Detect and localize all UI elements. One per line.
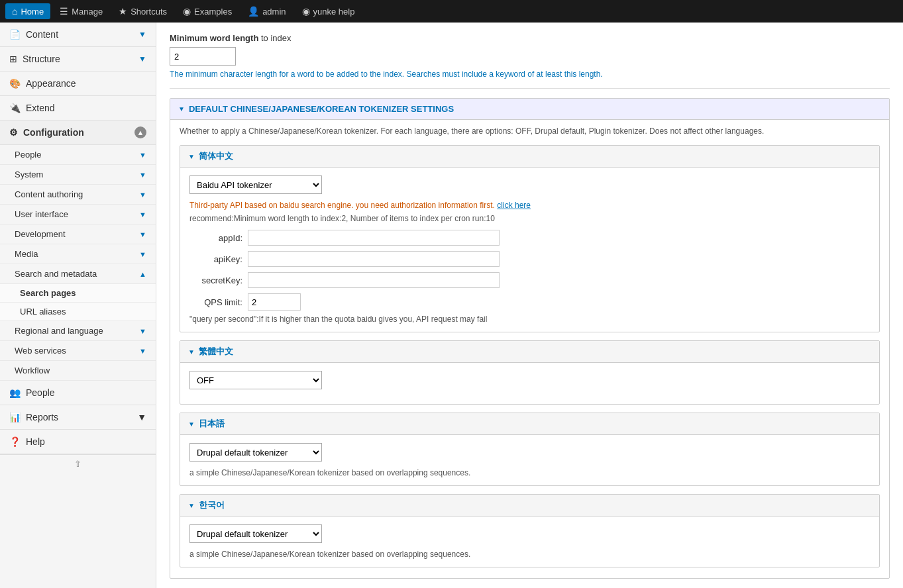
jp-info-text: a simple Chinese/Japanese/Korean tokeniz… bbox=[189, 468, 870, 477]
sidebar-item-regional-language[interactable]: Regional and language ▼ bbox=[0, 321, 156, 341]
user-icon: 👤 bbox=[248, 6, 259, 17]
sidebar-item-extend[interactable]: 🔌 Extend bbox=[0, 96, 156, 121]
jp-triangle-icon: ▼ bbox=[188, 420, 195, 428]
people-bottom-icon: 👥 bbox=[9, 387, 21, 398]
nav-examples[interactable]: ◉ Examples bbox=[176, 3, 239, 19]
media-chevron-icon: ▼ bbox=[139, 250, 146, 258]
manage-icon: ☰ bbox=[60, 6, 68, 17]
reports-icon: 📊 bbox=[9, 412, 21, 422]
min-word-section: Minimum word length to index The minimum… bbox=[170, 33, 890, 79]
sidebar-item-user-interface[interactable]: User interface ▼ bbox=[0, 205, 156, 224]
japanese-header[interactable]: ▼ 日本語 bbox=[180, 413, 879, 435]
sc-secretkey-input[interactable] bbox=[248, 272, 500, 288]
sc-qps-label: QPS limit: bbox=[189, 297, 242, 307]
development-chevron-icon: ▼ bbox=[139, 230, 146, 238]
sidebar-item-media[interactable]: Media ▼ bbox=[0, 244, 156, 264]
sidebar-item-workflow[interactable]: Workflow bbox=[0, 361, 156, 381]
content-chevron-icon: ▼ bbox=[138, 30, 146, 39]
extend-icon: 🔌 bbox=[9, 103, 21, 113]
sidebar-item-system[interactable]: System ▼ bbox=[0, 165, 156, 185]
examples-icon: ◉ bbox=[183, 6, 191, 17]
sidebar-item-people[interactable]: People ▼ bbox=[0, 145, 156, 165]
sidebar-item-search-pages[interactable]: Search pages bbox=[0, 284, 156, 303]
sidebar-item-reports[interactable]: 📊 Reports ▼ bbox=[0, 405, 156, 430]
config-icon: ⚙ bbox=[9, 127, 18, 138]
help-drop-icon: ◉ bbox=[302, 6, 310, 17]
jp-tokenizer-select[interactable]: OFF Drupal default tokenizer Baidu API t… bbox=[189, 443, 322, 462]
simplified-chinese-section: ▼ 简体中文 OFF Drupal default tokenizer Baid… bbox=[180, 145, 880, 332]
ko-triangle-icon: ▼ bbox=[188, 502, 195, 509]
traditional-chinese-header[interactable]: ▼ 繁體中文 bbox=[180, 341, 879, 363]
nav-home[interactable]: ⌂ Home bbox=[5, 3, 50, 19]
sidebar-item-content[interactable]: 📄 Content ▼ bbox=[0, 23, 156, 47]
appearance-icon: 🎨 bbox=[9, 78, 21, 89]
regional-chevron-icon: ▼ bbox=[139, 327, 146, 335]
korean-body: OFF Drupal default tokenizer Baidu API t… bbox=[180, 516, 879, 567]
sidebar-item-content-authoring[interactable]: Content authoring ▼ bbox=[0, 185, 156, 205]
default-tokenizer-header[interactable]: ▼ DEFAULT CHINESE/JAPANESE/KOREAN TOKENI… bbox=[170, 99, 889, 120]
collapse-triangle-icon: ▼ bbox=[178, 105, 185, 113]
min-word-label: Minimum word length to index bbox=[170, 33, 890, 43]
korean-section: ▼ 한국어 OFF Drupal default tokenizer Baidu… bbox=[180, 494, 880, 567]
system-chevron-icon: ▼ bbox=[139, 171, 146, 179]
config-circle: ▲ bbox=[134, 126, 146, 138]
sc-qps-input[interactable] bbox=[248, 293, 301, 311]
people-chevron-icon: ▼ bbox=[139, 151, 146, 159]
nav-manage[interactable]: ☰ Manage bbox=[53, 3, 109, 19]
tc-tokenizer-select[interactable]: OFF Drupal default tokenizer Baidu API t… bbox=[189, 371, 322, 389]
main-content: Minimum word length to index The minimum… bbox=[156, 23, 903, 588]
simplified-chinese-header[interactable]: ▼ 简体中文 bbox=[180, 146, 879, 168]
japanese-section: ▼ 日本語 OFF Drupal default tokenizer Baidu… bbox=[180, 413, 880, 486]
korean-header[interactable]: ▼ 한국어 bbox=[180, 495, 879, 516]
min-word-input-wrap bbox=[170, 47, 890, 66]
content-icon: 📄 bbox=[9, 29, 21, 40]
search-chevron-icon: ▲ bbox=[139, 270, 146, 278]
jp-select-wrap: OFF Drupal default tokenizer Baidu API t… bbox=[189, 443, 870, 462]
ko-info-text: a simple Chinese/Japanese/Korean tokeniz… bbox=[189, 550, 870, 559]
sidebar-item-search-metadata[interactable]: Search and metadata ▲ bbox=[0, 264, 156, 284]
traditional-chinese-section: ▼ 繁體中文 OFF Drupal default tokenizer Baid… bbox=[180, 340, 880, 405]
sc-click-here-link[interactable]: click here bbox=[497, 201, 531, 210]
sidebar-item-development[interactable]: Development ▼ bbox=[0, 224, 156, 244]
sidebar-item-appearance[interactable]: 🎨 Appearance bbox=[0, 72, 156, 96]
tc-triangle-icon: ▼ bbox=[188, 348, 195, 356]
user-interface-chevron-icon: ▼ bbox=[139, 211, 146, 219]
simplified-chinese-body: OFF Drupal default tokenizer Baidu API t… bbox=[180, 168, 879, 332]
sc-secretkey-row: secretKey: bbox=[189, 272, 870, 288]
tc-select-wrap: OFF Drupal default tokenizer Baidu API t… bbox=[189, 371, 870, 389]
sc-appid-label: appId: bbox=[189, 233, 242, 243]
help-icon: ❓ bbox=[9, 436, 21, 447]
nav-shortcuts[interactable]: ★ Shortcuts bbox=[112, 3, 174, 19]
sidebar-item-help[interactable]: ❓ Help bbox=[0, 430, 156, 454]
sidebar-item-people-bottom[interactable]: 👥 People bbox=[0, 381, 156, 405]
sc-recommend-text: recommend:Minimum word length to index:2… bbox=[189, 214, 870, 223]
japanese-body: OFF Drupal default tokenizer Baidu API t… bbox=[180, 435, 879, 485]
structure-chevron-icon: ▼ bbox=[138, 54, 146, 64]
ko-select-wrap: OFF Drupal default tokenizer Baidu API t… bbox=[189, 524, 870, 543]
sidebar-item-url-aliases[interactable]: URL aliases bbox=[0, 303, 156, 321]
reports-chevron-icon: ▼ bbox=[137, 412, 146, 422]
sc-apikey-input[interactable] bbox=[248, 251, 500, 267]
sidebar-item-web-services[interactable]: Web services ▼ bbox=[0, 341, 156, 361]
sidebar-item-structure[interactable]: ⊞ Structure ▼ bbox=[0, 47, 156, 72]
min-word-input[interactable] bbox=[170, 47, 236, 66]
sc-qps-row: QPS limit: bbox=[189, 293, 870, 311]
sc-secretkey-label: secretKey: bbox=[189, 275, 242, 285]
sc-select-wrap: OFF Drupal default tokenizer Baidu API t… bbox=[189, 175, 870, 194]
sc-qps-note: "query per second":If it is higher than … bbox=[189, 315, 870, 324]
star-icon: ★ bbox=[119, 6, 127, 17]
sc-appid-row: appId: bbox=[189, 230, 870, 246]
nav-admin[interactable]: 👤 admin bbox=[241, 3, 292, 19]
sc-appid-input[interactable] bbox=[248, 230, 500, 246]
sidebar-config-header[interactable]: ⚙ Configuration ▲ bbox=[0, 121, 156, 145]
scroll-icon: ⇧ bbox=[74, 459, 81, 469]
sc-info-text: Third-party API based on baidu search en… bbox=[189, 201, 870, 210]
structure-icon: ⊞ bbox=[9, 54, 17, 64]
default-tokenizer-description: Whether to apply a Chinese/Japanese/Kore… bbox=[170, 120, 889, 578]
ko-tokenizer-select[interactable]: OFF Drupal default tokenizer Baidu API t… bbox=[189, 524, 322, 543]
sc-tokenizer-select[interactable]: OFF Drupal default tokenizer Baidu API t… bbox=[189, 175, 322, 194]
nav-yunke-help[interactable]: ◉ yunke help bbox=[295, 3, 362, 19]
sc-triangle-icon: ▼ bbox=[188, 153, 195, 160]
sc-apikey-row: apiKey: bbox=[189, 251, 870, 267]
traditional-chinese-body: OFF Drupal default tokenizer Baidu API t… bbox=[180, 363, 879, 404]
